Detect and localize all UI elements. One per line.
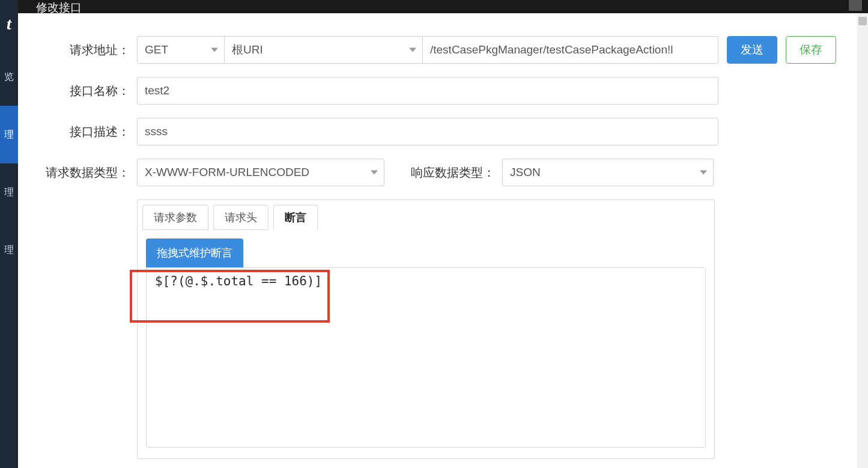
sidebar-item-0[interactable]: 览 — [0, 48, 18, 106]
main-content: 请求地址： GET 根URI /testCasePkgManager/testC… — [18, 13, 868, 468]
chevron-down-icon — [700, 171, 707, 175]
chevron-down-icon — [409, 48, 416, 52]
label-api-desc: 接口描述： — [30, 124, 137, 140]
tabs-body: 拖拽式维护断言 — [138, 230, 714, 458]
path-input[interactable]: /testCasePkgManager/testCasePackageActio… — [423, 36, 718, 64]
label-api-name: 接口名称： — [30, 83, 137, 99]
titlebar: 修改接口 — [18, 0, 868, 13]
sidebar-item-label: 理 — [4, 129, 14, 141]
row-request-url: 请求地址： GET 根URI /testCasePkgManager/testC… — [30, 36, 856, 64]
resp-type-select[interactable]: JSON — [502, 159, 714, 186]
send-button[interactable]: 发送 — [727, 36, 777, 64]
sidebar-item-2[interactable]: 理 — [0, 163, 18, 221]
row-api-name: 接口名称： test2 — [30, 77, 856, 105]
sidebar-item-3[interactable]: 理 — [0, 221, 18, 279]
tabs-header: 请求参数 请求头 断言 — [138, 200, 714, 230]
label-req-type: 请求数据类型： — [30, 165, 137, 181]
label-request-url: 请求地址： — [30, 42, 137, 58]
row-api-desc: 接口描述： ssss — [30, 118, 856, 145]
scrollbar-thumb[interactable] — [858, 17, 867, 25]
close-icon[interactable] — [849, 0, 862, 11]
root-uri-value: 根URI — [232, 42, 263, 58]
tab-assertions[interactable]: 断言 — [273, 205, 318, 230]
sidebar-item-label: 理 — [4, 186, 14, 199]
tabs-container: 请求参数 请求头 断言 拖拽式维护断言 — [137, 199, 715, 459]
save-button[interactable]: 保存 — [786, 36, 836, 64]
scrollbar-vertical[interactable] — [857, 13, 868, 468]
req-type-value: X-WWW-FORM-URLENCODED — [145, 166, 309, 179]
api-name-input[interactable]: test2 — [137, 77, 718, 105]
label-resp-type: 响应数据类型： — [400, 165, 502, 181]
drag-assertion-button[interactable]: 拖拽式维护断言 — [146, 239, 243, 267]
api-desc-value: ssss — [145, 125, 168, 138]
sidebar: t 览 理 理 理 — [0, 0, 18, 468]
row-tabs: 请求参数 请求头 断言 拖拽式维护断言 — [30, 199, 856, 459]
api-name-value: test2 — [145, 84, 169, 97]
path-value: /testCasePkgManager/testCasePackageActio… — [430, 43, 673, 56]
sidebar-item-1[interactable]: 理 — [0, 106, 18, 163]
sidebar-item-label: 览 — [4, 71, 14, 84]
api-desc-input[interactable]: ssss — [137, 118, 718, 145]
app-logo: t — [0, 0, 18, 48]
chevron-down-icon — [371, 171, 378, 175]
req-type-select[interactable]: X-WWW-FORM-URLENCODED — [137, 159, 384, 186]
method-select[interactable]: GET — [137, 36, 225, 64]
row-data-types: 请求数据类型： X-WWW-FORM-URLENCODED 响应数据类型： JS… — [30, 159, 856, 186]
tab-request-params[interactable]: 请求参数 — [142, 205, 208, 230]
sidebar-item-label: 理 — [4, 244, 14, 257]
resp-type-value: JSON — [510, 166, 541, 179]
root-uri-select[interactable]: 根URI — [225, 36, 423, 64]
tab-request-headers[interactable]: 请求头 — [213, 205, 269, 230]
chevron-down-icon — [211, 48, 218, 52]
method-value: GET — [145, 43, 168, 56]
assertion-textarea[interactable] — [146, 267, 706, 448]
